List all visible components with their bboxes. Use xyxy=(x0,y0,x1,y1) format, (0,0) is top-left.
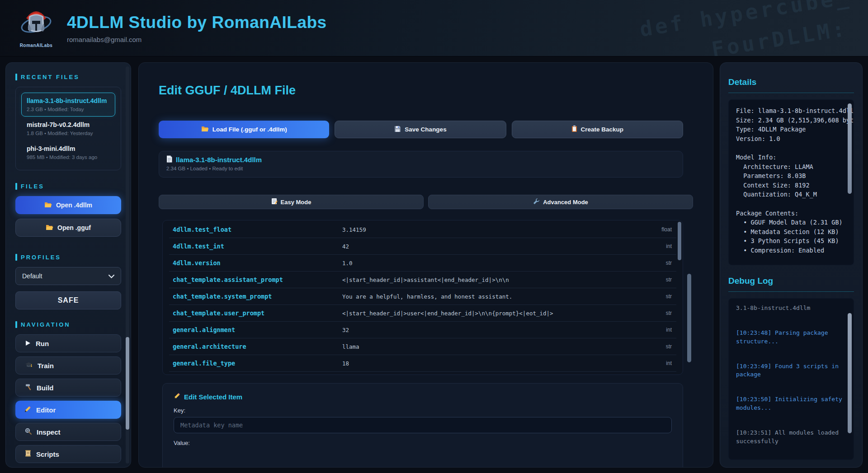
folder-icon xyxy=(201,126,209,133)
details-box: File: llama-3.1-8b-instruct.4dllm Size: … xyxy=(728,99,854,265)
save-changes-label: Save Changes xyxy=(405,126,446,133)
sidebar-item-scripts[interactable]: Scripts xyxy=(15,445,121,463)
graduation-cap-icon xyxy=(25,362,33,370)
navigation-header: NAVIGATION xyxy=(15,321,121,328)
metadata-value: <|start_header_id|>assistant<|end_header… xyxy=(342,276,647,283)
safe-button[interactable]: SAFE xyxy=(15,291,121,309)
metadata-row[interactable]: general.alignment32int xyxy=(169,322,676,338)
load-file-button[interactable]: Load File (.gguf or .4dllm) xyxy=(159,121,329,138)
recent-file-item[interactable]: phi-3-mini.4dllm985 MB • Modified: 3 day… xyxy=(21,140,115,164)
load-file-label: Load File (.gguf or .4dllm) xyxy=(212,126,287,133)
table-scrollbar-thumb[interactable] xyxy=(678,222,681,260)
value-label: Value: xyxy=(174,440,672,446)
easy-mode-button[interactable]: Easy Mode xyxy=(159,195,424,209)
metadata-value: 32 xyxy=(342,327,647,333)
metadata-type-badge: int xyxy=(647,360,676,366)
app-logo: RomanAILabs xyxy=(17,8,55,48)
create-backup-button[interactable]: Create Backup xyxy=(512,121,683,138)
sidebar: RECENT FILES llama-3.1-8b-instruct.4dllm… xyxy=(5,62,131,468)
metadata-row[interactable]: 4dllm.test_float3.14159float xyxy=(169,221,676,238)
files-header: FILES xyxy=(15,183,121,190)
metadata-type-badge: str xyxy=(647,343,676,350)
metadata-key: general.alignment xyxy=(173,326,342,333)
loaded-file-status: 2.34 GB • Loaded • Ready to edit xyxy=(166,166,675,171)
key-label: Key: xyxy=(174,407,672,414)
doc-icon xyxy=(166,155,172,164)
memo-icon xyxy=(271,198,278,206)
recent-file-meta: 985 MB • Modified: 3 days ago xyxy=(27,155,110,160)
recent-file-item[interactable]: llama-3.1-8b-instruct.4dllm2.3 GB • Modi… xyxy=(21,93,115,117)
advanced-mode-label: Advanced Mode xyxy=(543,199,588,206)
sidebar-item-label: Scripts xyxy=(36,450,59,458)
debug-scrollbar-thumb[interactable] xyxy=(848,313,852,433)
sidebar-item-label: Inspect xyxy=(37,428,61,436)
hammer-icon xyxy=(25,384,32,392)
metadata-type-badge: str xyxy=(647,293,676,300)
metadata-row[interactable]: 4dllm.version1.0str xyxy=(169,255,676,272)
recent-file-item[interactable]: mistral-7b-v0.2.4dllm1.8 GB • Modified: … xyxy=(21,117,115,140)
watermark-line: def hypercube_ xyxy=(637,0,853,45)
metadata-value: llama xyxy=(342,343,647,350)
debug-log-box: 3.1-8b-instruct.4dllm[10:23:48] Parsing … xyxy=(728,298,854,460)
metadata-value: 3.14159 xyxy=(342,226,647,233)
magnifier-icon xyxy=(25,428,32,436)
debug-log-entry: [10:23:50] Initializing safety modules..… xyxy=(736,395,846,412)
sidebar-scrollbar-thumb[interactable] xyxy=(126,337,129,430)
debug-log-header: Debug Log xyxy=(728,276,854,292)
sidebar-item-editor[interactable]: Editor xyxy=(15,401,121,419)
sidebar-item-inspect[interactable]: Inspect xyxy=(15,423,121,441)
metadata-row[interactable]: 4dllm.test_int42int xyxy=(169,238,676,255)
open-gguf-label: Open .gguf xyxy=(57,224,91,231)
details-scrollbar-thumb[interactable] xyxy=(848,103,852,194)
recent-file-name: phi-3-mini.4dllm xyxy=(27,145,110,152)
profile-select[interactable]: Default xyxy=(15,267,121,285)
recent-file-meta: 1.8 GB • Modified: Yesterday xyxy=(27,131,110,136)
metadata-row[interactable]: chat_template.user_prompt<|start_header_… xyxy=(169,305,676,322)
clipboard-icon xyxy=(571,125,577,134)
metadata-value: 18 xyxy=(342,360,647,367)
metadata-row[interactable]: chat_template.assistant_prompt<|start_he… xyxy=(169,272,676,288)
open-4dllm-button[interactable]: Open .4dllm xyxy=(15,196,121,214)
create-backup-label: Create Backup xyxy=(581,126,624,133)
open-gguf-button[interactable]: Open .gguf xyxy=(15,219,121,237)
safe-label: SAFE xyxy=(58,296,79,304)
sidebar-item-label: Train xyxy=(38,362,54,370)
open-4dllm-label: Open .4dllm xyxy=(56,201,92,209)
recent-files-list: llama-3.1-8b-instruct.4dllm2.3 GB • Modi… xyxy=(15,87,121,170)
page-title: Edit GGUF / 4DLLM File xyxy=(159,84,713,98)
save-changes-button[interactable]: Save Changes xyxy=(335,121,506,138)
metadata-row[interactable]: general.file_type18int xyxy=(169,355,676,372)
sidebar-item-train[interactable]: Train xyxy=(15,356,121,375)
app-title: 4DLLM Studio by RomanAILabs xyxy=(67,13,327,32)
details-header: Details xyxy=(728,77,854,93)
main-scrollbar-thumb[interactable] xyxy=(687,274,691,362)
folder-icon xyxy=(46,224,53,232)
profile-selected-value: Default xyxy=(22,272,42,280)
loaded-file-name: llama-3.1-8b-instruct.4dllm xyxy=(176,156,262,164)
loaded-file-card: llama-3.1-8b-instruct.4dllm 2.34 GB • Lo… xyxy=(159,151,683,178)
metadata-key: 4dllm.version xyxy=(173,259,342,267)
details-text: File: llama-3.1-8b-instruct.4dllm Size: … xyxy=(736,106,846,265)
editor-main-panel: Edit GGUF / 4DLLM File Load File (.gguf … xyxy=(138,62,713,468)
sidebar-item-label: Run xyxy=(36,340,49,347)
metadata-type-badge: int xyxy=(647,327,676,333)
metadata-key-input[interactable] xyxy=(174,417,672,433)
sidebar-item-build[interactable]: Build xyxy=(15,379,121,397)
advanced-mode-button[interactable]: Advanced Mode xyxy=(428,195,693,209)
metadata-row[interactable]: chat_template.system_promptYou are a hel… xyxy=(169,288,676,305)
debug-log-entry: [10:23:48] Parsing package structure... xyxy=(736,329,846,346)
sidebar-item-label: Build xyxy=(37,384,54,392)
debug-log-entry: 3.1-8b-instruct.4dllm xyxy=(736,304,846,313)
sidebar-item-run[interactable]: Run xyxy=(15,334,121,352)
metadata-value: You are a helpful, harmless, and honest … xyxy=(342,293,647,300)
metadata-value: 42 xyxy=(342,243,647,250)
metadata-value: <|start_header_id|>user<|end_header_id|>… xyxy=(342,310,647,317)
play-icon xyxy=(25,340,31,347)
recent-file-meta: 2.3 GB • Modified: Today xyxy=(27,107,110,112)
pencil-icon xyxy=(174,393,180,401)
metadata-row[interactable]: general.architecturellamastr xyxy=(169,338,676,355)
metadata-key: chat_template.system_prompt xyxy=(173,293,342,300)
profiles-header: PROFILES xyxy=(15,254,121,261)
metadata-key: 4dllm.test_float xyxy=(173,226,342,233)
metadata-type-badge: str xyxy=(647,260,676,266)
